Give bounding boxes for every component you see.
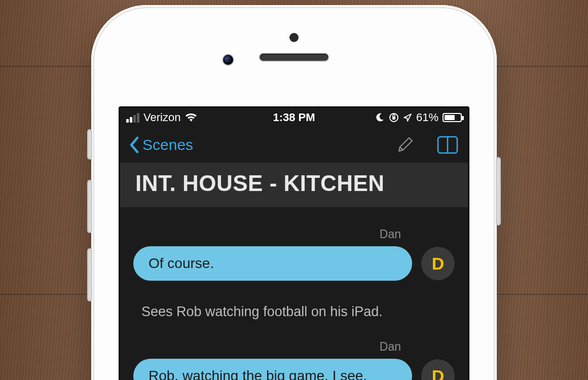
iphone-device: Verizon 1:38 PM 61%: [91, 5, 497, 380]
split-view-button[interactable]: [436, 135, 459, 155]
chevron-left-icon: [129, 136, 139, 154]
battery-icon: [443, 113, 462, 122]
orientation-lock-icon: [389, 112, 399, 123]
power-button: [496, 157, 501, 225]
dialogue-row[interactable]: Rob, watching the big game, I see. D: [133, 359, 455, 380]
dialogue-row[interactable]: Of course. D: [133, 246, 455, 281]
dialogue-bubble: Rob, watching the big game, I see.: [133, 359, 412, 380]
front-camera: [223, 55, 233, 65]
character-avatar: D: [421, 359, 455, 380]
back-button[interactable]: Scenes: [129, 136, 193, 154]
status-bar: Verizon 1:38 PM 61%: [120, 108, 468, 127]
character-avatar: D: [421, 247, 455, 280]
character-name-label: Dan: [133, 333, 455, 359]
proximity-sensor: [289, 33, 299, 42]
volume-up-button: [87, 180, 92, 233]
earpiece-speaker: [260, 54, 328, 61]
mute-switch: [87, 129, 92, 160]
action-text[interactable]: Sees Rob watching football on his iPad.: [133, 281, 455, 333]
location-icon: [403, 113, 412, 122]
moon-icon: [375, 112, 385, 123]
carrier-label: Verizon: [143, 111, 180, 124]
svg-rect-1: [392, 117, 395, 120]
pencil-icon: [395, 135, 415, 155]
cell-signal-icon: [126, 113, 139, 123]
scene-content: Dan Of course. D Sees Rob watching footb…: [120, 207, 468, 380]
wifi-icon: [185, 112, 198, 123]
character-name-label: Dan: [133, 220, 455, 246]
scene-heading: INT. HOUSE - KITCHEN: [120, 163, 468, 207]
columns-icon: [436, 135, 459, 155]
navigation-bar: Scenes: [120, 127, 468, 163]
volume-down-button: [87, 248, 92, 301]
edit-button[interactable]: [395, 135, 415, 155]
dialogue-bubble: Of course.: [133, 246, 412, 281]
phone-screen: Verizon 1:38 PM 61%: [119, 106, 469, 380]
battery-percent: 61%: [416, 111, 438, 124]
back-label: Scenes: [142, 136, 193, 154]
